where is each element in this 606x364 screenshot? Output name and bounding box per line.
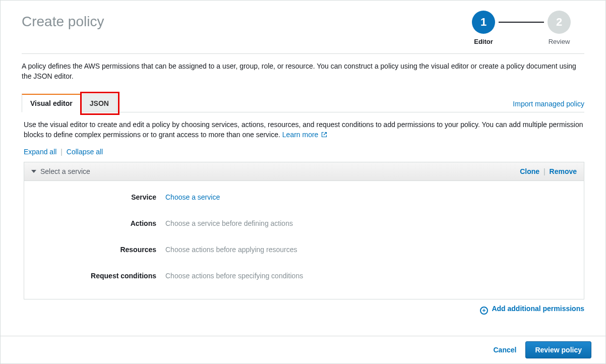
- cancel-button[interactable]: Cancel: [493, 346, 516, 354]
- conditions-value: Choose actions before specifying conditi…: [165, 272, 303, 280]
- permission-block-title: Select a service: [40, 167, 90, 175]
- tabs-row: Visual editor JSON Import managed policy: [22, 94, 584, 112]
- conditions-label: Request conditions: [34, 272, 165, 280]
- page-header: Create policy 1 Editor 2 Review: [22, 11, 584, 54]
- expand-all-link[interactable]: Expand all: [24, 148, 56, 156]
- permission-block-toggle[interactable]: Select a service: [31, 167, 90, 175]
- actions-value: Choose a service before defining actions: [165, 219, 293, 227]
- wizard-footer: Cancel Review policy: [1, 336, 605, 363]
- resources-value: Choose actions before applying resources: [165, 246, 297, 254]
- intro-text: A policy defines the AWS permissions tha…: [22, 61, 584, 82]
- permission-block-actions: Clone | Remove: [520, 167, 577, 175]
- step-connector: [499, 22, 544, 23]
- service-row: Service Choose a service: [34, 193, 574, 201]
- actions-row: Actions Choose a service before defining…: [34, 219, 574, 227]
- step-1-circle: 1: [472, 11, 495, 34]
- editor-tabs: Visual editor JSON: [22, 94, 117, 112]
- clone-link[interactable]: Clone: [520, 167, 539, 175]
- plus-icon: +: [480, 307, 488, 315]
- step-2-label: Review: [549, 38, 570, 45]
- expand-collapse-row: Expand all | Collapse all: [24, 148, 584, 156]
- service-label: Service: [34, 193, 165, 201]
- collapse-all-link[interactable]: Collapse all: [67, 148, 103, 156]
- resources-label: Resources: [34, 246, 165, 254]
- expand-separator: |: [60, 148, 63, 156]
- step-indicator: 1 Editor 2 Review: [468, 11, 574, 45]
- remove-link[interactable]: Remove: [550, 167, 577, 175]
- permission-block: Select a service Clone | Remove Service …: [24, 162, 584, 299]
- caret-down-icon: [31, 170, 36, 173]
- panel-sep: |: [543, 167, 546, 175]
- step-editor[interactable]: 1 Editor: [468, 11, 499, 45]
- review-policy-button[interactable]: Review policy: [525, 341, 591, 358]
- step-review[interactable]: 2 Review: [544, 11, 574, 45]
- conditions-row: Request conditions Choose actions before…: [34, 272, 574, 280]
- learn-more-link[interactable]: Learn more: [282, 131, 327, 139]
- add-permissions-row: + Add additional permissions: [24, 305, 584, 315]
- actions-label: Actions: [34, 219, 165, 227]
- add-permissions-text: Add additional permissions: [492, 305, 584, 313]
- external-link-icon: [321, 132, 327, 138]
- resources-row: Resources Choose actions before applying…: [34, 246, 574, 254]
- step-1-label: Editor: [474, 38, 493, 45]
- page-title: Create policy: [22, 14, 104, 30]
- learn-more-text: Learn more: [282, 131, 319, 139]
- pane-description: Use the visual editor to create and edit…: [24, 119, 584, 140]
- tab-visual-editor[interactable]: Visual editor: [22, 94, 81, 112]
- step-2-circle: 2: [548, 11, 571, 34]
- add-additional-permissions-link[interactable]: + Add additional permissions: [480, 305, 584, 313]
- tab-json-label: JSON: [90, 99, 109, 107]
- choose-service-link[interactable]: Choose a service: [165, 193, 220, 201]
- permission-block-header: Select a service Clone | Remove: [24, 162, 584, 181]
- visual-editor-pane: Use the visual editor to create and edit…: [22, 112, 584, 315]
- import-managed-policy-link[interactable]: Import managed policy: [513, 100, 584, 112]
- tab-json[interactable]: JSON: [81, 94, 117, 112]
- permission-block-body: Service Choose a service Actions Choose …: [24, 181, 584, 299]
